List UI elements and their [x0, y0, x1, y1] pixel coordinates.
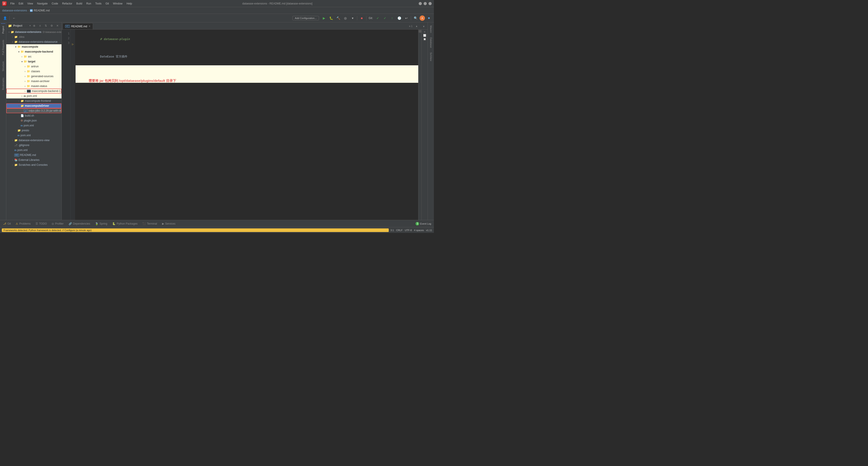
right-sidebar-sciview[interactable]: SciView: [429, 50, 433, 63]
profile-button[interactable]: 👤: [2, 15, 8, 21]
indent-setting[interactable]: 4 spaces: [414, 229, 424, 232]
tree-item-build-sh[interactable]: › 📄 build.sh: [6, 113, 61, 118]
tree-item-odps-jar[interactable]: › jar odps-jdbc-3.2.26-jar-with-dependen…: [6, 108, 61, 113]
run-button[interactable]: ▶: [321, 15, 327, 21]
tree-item-maven-status[interactable]: › 📁 maven-status: [6, 84, 61, 89]
git-check2-button[interactable]: ✓: [382, 15, 388, 21]
tree-item-view[interactable]: › 📁 dataease-extensions-view: [6, 138, 61, 143]
code-editor[interactable]: ▷ # dataease-plugin DateEase 官方插件: [71, 30, 418, 220]
tree-item-ext-libs[interactable]: › 📚 External Libraries: [6, 157, 61, 163]
menu-git[interactable]: Git: [104, 2, 111, 6]
bottom-tab-python-packages[interactable]: 🐍 Python Packages: [110, 221, 140, 227]
split-h-btn[interactable]: 🔲: [423, 38, 426, 41]
tree-item-pom-ds[interactable]: › m pom.xml: [6, 133, 61, 138]
settings-button[interactable]: ⚙: [50, 24, 54, 28]
encoding[interactable]: UTF-8: [405, 229, 412, 232]
tree-item-pom-mc2[interactable]: › m pom.xml: [6, 123, 61, 128]
tree-item-pom-root[interactable]: › m pom.xml: [6, 148, 61, 152]
bottom-tab-terminal[interactable]: ⬛ Terminal: [140, 221, 159, 227]
dropdown-arrow[interactable]: ▾: [30, 24, 31, 27]
menu-tools[interactable]: Tools: [93, 2, 103, 6]
tree-item-mc-driver[interactable]: ▾ 📁 maxcomputeDriver: [6, 104, 61, 108]
collapse-button[interactable]: ≡: [38, 24, 42, 28]
close-button[interactable]: ✕: [429, 2, 432, 5]
tree-item-plugin-json[interactable]: › ⚙ plugin.json: [6, 118, 61, 123]
menu-navigate[interactable]: Navigate: [35, 2, 50, 6]
tree-item-scratches[interactable]: › 📁 Scratches and Consoles: [6, 163, 61, 167]
tab-readme[interactable]: MD README.md ✕: [63, 23, 93, 29]
left-sidebar-project[interactable]: Project: [1, 23, 5, 36]
menu-code[interactable]: Code: [50, 2, 60, 6]
add-configuration-button[interactable]: Add Configuration...: [292, 16, 319, 20]
editor-down-btn[interactable]: ∨: [421, 23, 427, 29]
line-ending[interactable]: CRLF: [396, 229, 403, 232]
tree-item-src[interactable]: › 📁 src: [6, 54, 61, 59]
left-sidebar-structure[interactable]: Structure: [1, 59, 5, 74]
back-button[interactable]: ←: [11, 15, 17, 21]
event-log-button[interactable]: 1 Event Log: [414, 222, 433, 226]
tree-item-datasource[interactable]: ▾ 📁 dataease-extensions-datasource: [6, 39, 61, 44]
coverage-button[interactable]: ◎: [342, 15, 348, 21]
tab-close-button[interactable]: ✕: [89, 25, 91, 28]
tree-item-pom-mc[interactable]: › m pom.xml: [6, 93, 61, 98]
menu-build[interactable]: Build: [74, 2, 84, 6]
tree-item-antrun[interactable]: › 📁 antrun: [6, 64, 61, 69]
tree-item-jar[interactable]: › jar maxcompute-backend-1.0-SNAPSHOT.ja…: [6, 89, 61, 93]
tree-item-maxcompute[interactable]: ▾ 📁 maxcompute: [6, 44, 61, 49]
undo-button[interactable]: ↩: [403, 15, 409, 21]
bottom-tab-todo[interactable]: ☰ TODO: [33, 221, 49, 227]
bottom-tab-git[interactable]: ⎇ Git: [1, 221, 13, 227]
tree-item-classes[interactable]: › 📁 classes: [6, 69, 61, 74]
build-button[interactable]: 🔨: [335, 15, 341, 21]
menu-refactor[interactable]: Refactor: [60, 2, 74, 6]
scroll-up-btn[interactable]: [419, 30, 422, 33]
tree-item-presto[interactable]: › 📁 presto: [6, 128, 61, 133]
split-v-btn[interactable]: ⬜: [423, 34, 426, 37]
tree-item-mc-backend[interactable]: ▾ 📁 maxcompute-backend: [6, 49, 61, 54]
right-sidebar-maven[interactable]: Maven: [429, 23, 433, 35]
git-checkmark-button[interactable]: ✓: [375, 15, 381, 21]
left-sidebar-pull-requests[interactable]: Pull Requests: [1, 37, 5, 57]
avatar-button[interactable]: A: [420, 16, 425, 21]
cursor-position[interactable]: 3:1: [391, 229, 394, 232]
menu-view[interactable]: View: [26, 2, 35, 6]
bottom-tab-spring[interactable]: 🍃 Spring: [93, 221, 110, 227]
breadcrumb-root[interactable]: dataease-extensions: [2, 9, 27, 12]
debug-button[interactable]: 🐛: [328, 15, 334, 21]
stop-button[interactable]: ■: [359, 15, 365, 21]
git-history-button[interactable]: 🕐: [396, 15, 402, 21]
locate-button[interactable]: ⊕: [32, 24, 36, 28]
left-sidebar-bookmarks[interactable]: Bookmarks: [1, 76, 5, 92]
tree-item-maven-archiver[interactable]: › 📁 maven-archiver: [6, 79, 61, 84]
dropdown-button[interactable]: ▾: [349, 15, 355, 21]
tree-item-gen-sources[interactable]: › 📁 generated-sources: [6, 74, 61, 79]
tree-item-root[interactable]: ▾ 📁 dataease-extensions D:\dataease-exte…: [6, 30, 61, 34]
problems-tab-icon: ⚠: [16, 222, 18, 225]
tree-item-readme[interactable]: › MD README.md: [6, 152, 61, 157]
expand-button[interactable]: ⇅: [43, 24, 48, 28]
menu-window[interactable]: Window: [111, 2, 124, 6]
editor-up-btn[interactable]: ∧: [413, 23, 420, 29]
breadcrumb-current[interactable]: README.md: [34, 9, 50, 12]
right-sidebar-database[interactable]: Database: [429, 35, 433, 50]
tree-item-idea[interactable]: › 📁 .idea: [6, 34, 61, 39]
bottom-tab-services[interactable]: ▶ Services: [160, 221, 178, 227]
tree-item-gitignore[interactable]: › ⎇ .gitignore: [6, 143, 61, 148]
tree-item-target[interactable]: ▾ 📁 target: [6, 59, 61, 64]
minimize-button[interactable]: ─: [419, 2, 422, 5]
bottom-tab-dependencies[interactable]: 🔗 Dependencies: [66, 221, 93, 227]
tree-item-mc-frontend[interactable]: › 📁 maxcompute-frontend: [6, 98, 61, 104]
bottom-tab-profiler[interactable]: ◎ Profiler: [50, 221, 66, 227]
git-push-button[interactable]: ↑: [389, 15, 395, 21]
maximize-button[interactable]: □: [424, 2, 427, 5]
menu-file[interactable]: File: [8, 2, 16, 6]
more-button[interactable]: ●: [426, 15, 432, 21]
bottom-tab-problems[interactable]: ⚠ Problems: [13, 221, 33, 227]
close-panel-button[interactable]: ✕: [55, 24, 60, 28]
menu-help[interactable]: Help: [125, 2, 134, 6]
menu-run[interactable]: Run: [85, 2, 93, 6]
search-button[interactable]: 🔍: [412, 15, 419, 21]
status-warning-message[interactable]: Frameworks detected: Python framework is…: [2, 228, 389, 232]
menu-edit[interactable]: Edit: [17, 2, 25, 6]
soft-wrap-btn[interactable]: ≡: [424, 30, 425, 33]
